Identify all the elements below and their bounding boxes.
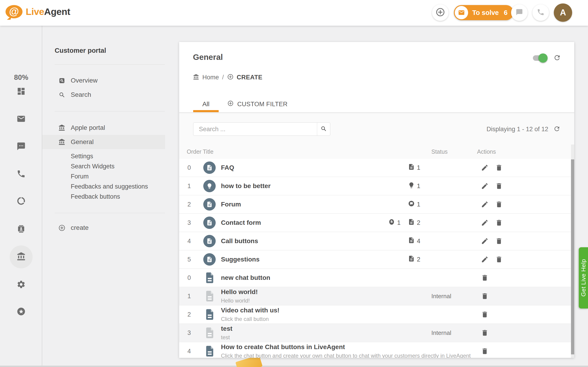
search-input[interactable] <box>193 123 317 135</box>
sidebar-item-apple-portal[interactable]: Apple portal <box>42 121 165 135</box>
sidebar-item-create[interactable]: create <box>42 221 165 235</box>
delete-trash-icon[interactable] <box>481 329 489 337</box>
delete-trash-icon[interactable] <box>481 292 489 300</box>
article-circle-icon <box>203 161 216 174</box>
sidebar-subitem-feedback-buttons[interactable]: Feedback buttons <box>71 192 120 202</box>
sidebar-title: Customer portal <box>55 47 106 54</box>
divider <box>55 213 165 213</box>
edit-pencil-icon[interactable] <box>481 182 489 190</box>
row-order: 0 <box>187 274 191 282</box>
rail-item-portal[interactable] <box>10 245 33 268</box>
portal-enabled-toggle[interactable] <box>533 55 546 61</box>
delete-trash-icon[interactable] <box>495 237 503 245</box>
tab-custom-filter[interactable]: CUSTOM FILTER <box>227 96 288 112</box>
edit-pencil-icon[interactable] <box>481 219 489 227</box>
rail-item-dashboard[interactable] <box>10 80 33 103</box>
chat-icon <box>17 142 26 152</box>
panel-header: General Home / CREATE All CUSTOM FILTER <box>179 42 574 112</box>
row-title[interactable]: Contact form <box>221 219 261 226</box>
row-title[interactable]: how to be better <box>221 182 271 190</box>
get-live-help-tab[interactable]: Get Live Help <box>579 247 588 309</box>
edit-pencil-icon[interactable] <box>481 256 489 263</box>
to-solve-label: To solve <box>472 9 499 17</box>
table-scrollbar[interactable] <box>571 144 574 358</box>
plus-circle-icon <box>227 100 233 108</box>
rail-item-chat[interactable] <box>10 135 33 158</box>
count-badge: 1 <box>388 219 401 227</box>
delete-trash-icon[interactable] <box>481 311 489 318</box>
row-order: 1 <box>187 293 191 300</box>
tab-all[interactable]: All <box>193 96 219 112</box>
plus-circle-icon <box>435 7 445 18</box>
rail-item-phone[interactable] <box>10 163 33 186</box>
to-solve-button[interactable]: To solve 6 <box>454 5 514 20</box>
active-tab-underline <box>193 110 219 112</box>
table-row: 0 FAQ 1 <box>179 159 571 177</box>
scrollbar-thumb[interactable] <box>571 159 574 354</box>
sidebar-subitem-search-widgets[interactable]: Search Widgets <box>71 161 115 171</box>
delete-trash-icon[interactable] <box>495 256 503 263</box>
refresh-icon[interactable] <box>553 54 561 62</box>
edit-pencil-icon[interactable] <box>481 201 489 208</box>
row-order: 3 <box>187 329 191 336</box>
delete-trash-icon[interactable] <box>481 348 489 355</box>
search-button[interactable] <box>317 123 330 135</box>
logo-text-agent: Agent <box>44 6 70 17</box>
liveagent-logo[interactable]: @ LiveAgent <box>6 5 70 18</box>
refresh-icon[interactable] <box>553 125 561 133</box>
icon-rail: 80% <box>0 26 42 367</box>
breadcrumb-home[interactable]: Home <box>202 74 219 81</box>
contacts-icon <box>17 224 26 234</box>
table-row: 5 Suggestions 2 <box>179 250 571 269</box>
document-icon-muted <box>204 290 215 302</box>
pagination-info: Displaying 1 - 12 of 12 <box>486 123 561 136</box>
table-row: 3 Contact form 1 2 <box>179 214 571 232</box>
plus-circle-icon <box>227 74 233 81</box>
bank-icon <box>193 74 199 81</box>
sidebar-item-general[interactable]: General <box>42 135 165 149</box>
calls-button[interactable] <box>532 4 549 21</box>
rail-item-mail[interactable] <box>10 108 33 131</box>
user-avatar[interactable]: A <box>554 3 572 22</box>
chats-button[interactable] <box>511 4 527 21</box>
row-title[interactable]: How to create Chat buttons in LiveAgent <box>221 343 471 351</box>
sidebar-item-search[interactable]: Search <box>42 88 165 102</box>
col-order: Order <box>187 148 201 155</box>
row-title[interactable]: Video chat with us! <box>221 307 279 314</box>
mail-icon <box>17 114 26 124</box>
row-title[interactable]: test <box>221 325 233 332</box>
row-title[interactable]: FAQ <box>221 164 234 171</box>
rail-item-usage[interactable] <box>10 190 33 213</box>
row-title[interactable]: Hello world! <box>221 288 258 296</box>
delete-trash-icon[interactable] <box>495 201 503 208</box>
rail-item-settings[interactable] <box>10 273 33 296</box>
table-row: 2 Forum 1 <box>179 195 571 214</box>
article-circle-icon <box>203 253 216 266</box>
rail-item-contacts[interactable] <box>10 218 33 241</box>
edit-pencil-icon[interactable] <box>481 164 489 172</box>
row-title[interactable]: Suggestions <box>221 256 259 263</box>
sidebar-item-overview[interactable]: Overview <box>42 73 165 88</box>
rail-item-star[interactable] <box>10 300 33 323</box>
delete-trash-icon[interactable] <box>481 274 489 282</box>
toggle-knob <box>538 53 548 63</box>
row-title[interactable]: new chat button <box>221 274 270 282</box>
star-icon <box>17 307 26 317</box>
edit-pencil-icon[interactable] <box>481 237 489 245</box>
delete-trash-icon[interactable] <box>495 164 503 172</box>
add-new-button[interactable] <box>432 4 449 21</box>
row-title[interactable]: Forum <box>221 201 241 208</box>
delete-trash-icon[interactable] <box>495 219 503 227</box>
sidebar-subitem-forum[interactable]: Forum <box>71 171 89 181</box>
sidebar-subitem-feedbacks-and-suggestions[interactable]: Feedbacks and suggestions <box>71 181 148 192</box>
panel-content: Displaying 1 - 12 of 12 Order Title Stat… <box>179 112 574 358</box>
article-count-icon <box>408 255 415 264</box>
row-title[interactable]: Call buttons <box>221 237 258 245</box>
row-order: 4 <box>187 238 191 245</box>
sidebar-subitem-settings[interactable]: Settings <box>71 151 93 161</box>
breadcrumb-create[interactable]: CREATE <box>237 74 262 81</box>
delete-trash-icon[interactable] <box>495 182 503 190</box>
bank-icon <box>57 139 67 145</box>
create-label: create <box>71 224 89 232</box>
table-row: 0 new chat button <box>179 269 571 287</box>
